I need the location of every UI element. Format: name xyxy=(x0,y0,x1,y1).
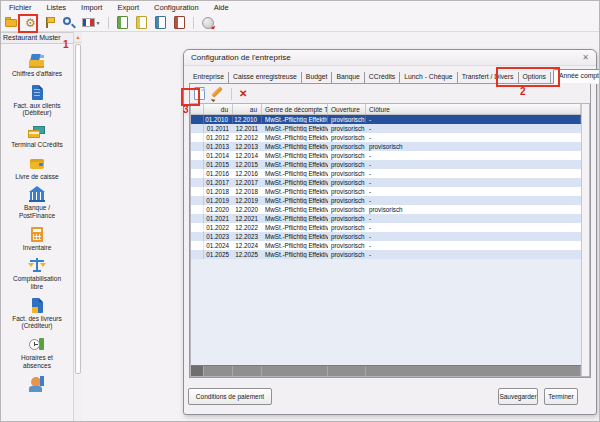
table-row[interactable]: 01.2017 12.2017 MwSt.-Pflichtig Effektiv… xyxy=(191,178,581,187)
row-selector[interactable] xyxy=(191,241,204,250)
table-row[interactable]: 01.2016 12.2016 MwSt.-Pflichtig Effektiv… xyxy=(191,169,581,178)
save-button[interactable]: Sauvegarder xyxy=(498,388,538,405)
journal-blue-icon[interactable] xyxy=(153,15,168,30)
cell-genre: MwSt.-Pflichtig Effektiv xyxy=(262,233,328,240)
table-row[interactable]: 01.2022 12.2022 MwSt.-Pflichtig Effektiv… xyxy=(191,223,581,232)
col-du[interactable]: du xyxy=(204,104,233,114)
table-row[interactable]: 01.2023 12.2023 MwSt.-Pflichtig Effektiv… xyxy=(191,232,581,241)
row-selector[interactable] xyxy=(191,142,204,151)
sidebar-item-comptabilisation-libre[interactable]: Comptabilisation libre xyxy=(13,257,61,290)
row-selector[interactable] xyxy=(191,223,204,232)
row-selector[interactable] xyxy=(191,232,204,241)
journal-yellow-icon[interactable] xyxy=(134,15,149,30)
sidebar-item-terminal-ccredits[interactable]: Terminal CCrédits xyxy=(11,123,63,149)
sidebar-item-label: Inventaire xyxy=(23,244,52,252)
journal-green-icon[interactable] xyxy=(115,15,130,30)
cell-genre: MwSt.-Pflichtig Effektiv xyxy=(262,134,328,141)
finish-button[interactable]: Terminer xyxy=(544,388,578,405)
menu-fichier[interactable]: Fichier xyxy=(9,3,32,12)
menu-import[interactable]: Import xyxy=(81,3,102,12)
table-row[interactable]: 01.2021 12.2021 MwSt.-Pflichtig Effektiv… xyxy=(191,214,581,223)
cell-ouverture: provisorisch xyxy=(328,251,366,258)
cell-au: 12.2014 xyxy=(233,152,262,159)
table-row[interactable]: 01.2010 12.2010 MwSt.-Pflichtig Effektiv… xyxy=(191,115,581,124)
chevron-down-icon[interactable]: ▼ xyxy=(96,20,101,26)
menu-configuration[interactable]: Configuration xyxy=(154,3,199,12)
cell-genre: MwSt.-Pflichtig Effektiv xyxy=(262,161,328,168)
cell-au: 12.2020 xyxy=(233,206,262,213)
menu-listes[interactable]: Listes xyxy=(47,3,67,12)
sidebar-scrollbar[interactable]: ▲ xyxy=(73,32,82,421)
cell-cloture: - xyxy=(366,197,581,204)
table-row[interactable]: 01.2019 12.2019 MwSt.-Pflichtig Effektiv… xyxy=(191,196,581,205)
sidebar-item-fact-clients[interactable]: Fact. aux clients (Débiteur) xyxy=(14,84,61,117)
cash-register-icon xyxy=(27,52,47,69)
flag-tool-icon[interactable] xyxy=(42,15,57,30)
tab-lunch-cheque[interactable]: Lunch - Chèque xyxy=(400,72,457,83)
row-selector[interactable] xyxy=(191,160,204,169)
col-au[interactable]: au xyxy=(233,104,262,114)
table-row[interactable]: 01.2012 12.2012 MwSt.-Pflichtig Effektiv… xyxy=(191,133,581,142)
scroll-up-icon[interactable]: ▲ xyxy=(74,32,82,43)
row-selector[interactable] xyxy=(191,250,204,259)
sidebar-item-livre-caisse[interactable]: Livre de caisse xyxy=(15,155,58,181)
menu-aide[interactable]: Aide xyxy=(214,3,229,12)
grid-rows: 01.2010 12.2010 MwSt.-Pflichtig Effektiv… xyxy=(191,115,581,365)
row-selector[interactable] xyxy=(191,124,204,133)
cell-du: 01.2013 xyxy=(204,143,233,150)
row-selector[interactable] xyxy=(191,187,204,196)
table-row[interactable]: 01.2011 12.2011 MwSt.-Pflichtig Effektiv… xyxy=(191,124,581,133)
row-selector[interactable] xyxy=(191,196,204,205)
search-icon[interactable] xyxy=(61,15,76,30)
table-row[interactable]: 01.2024 12.2024 MwSt.-Pflichtig Effektiv… xyxy=(191,241,581,250)
row-selector[interactable] xyxy=(191,115,204,124)
row-selector[interactable] xyxy=(191,214,204,223)
cell-cloture: provisorisch xyxy=(366,206,581,213)
tab-budget[interactable]: Budget xyxy=(302,72,333,83)
table-row[interactable]: 01.2013 12.2013 MwSt.-Pflichtig Effektiv… xyxy=(191,142,581,151)
table-row[interactable]: 01.2018 12.2018 MwSt.-Pflichtig Effektiv… xyxy=(191,187,581,196)
dialog-toolbar: ✕ xyxy=(190,84,590,103)
new-entry-icon[interactable] xyxy=(194,87,205,100)
tab-annee-comptable[interactable]: Année comptable xyxy=(553,69,600,84)
sidebar-item-banque-postfinance[interactable]: Banque / PostFinance xyxy=(19,186,55,219)
sidebar-item-label: Banque / PostFinance xyxy=(19,204,55,219)
sidebar-item-horaires-absences[interactable]: Horaires et absences xyxy=(21,336,53,369)
sidebar-item-partial[interactable] xyxy=(27,375,47,392)
row-selector[interactable] xyxy=(191,178,204,187)
col-cloture[interactable]: Clôture xyxy=(366,104,581,114)
col-genre-tva[interactable]: Genre de décompte TVA xyxy=(262,104,328,114)
grid-scrollbar[interactable] xyxy=(581,103,590,377)
table-row[interactable]: 01.2015 12.2015 MwSt.-Pflichtig Effektiv… xyxy=(191,160,581,169)
table-row[interactable]: 01.2020 12.2020 MwSt.-Pflichtig Effektiv… xyxy=(191,205,581,214)
col-ouverture[interactable]: Ouverture xyxy=(328,104,366,114)
tab-transfert-divers[interactable]: Transfert / Divers xyxy=(458,72,519,83)
sync-globe-icon[interactable] xyxy=(200,15,215,30)
tab-entreprise[interactable]: Entreprise xyxy=(189,72,229,83)
french-flag-language-icon[interactable]: ▼ xyxy=(80,15,102,30)
tab-banque[interactable]: Banque xyxy=(332,72,364,83)
row-selector[interactable] xyxy=(191,151,204,160)
delete-x-icon[interactable]: ✕ xyxy=(239,89,247,99)
sidebar-item-chiffres-affaires[interactable]: Chiffres d'affaires xyxy=(12,52,62,78)
cell-du: 01.2017 xyxy=(204,179,233,186)
tab-options[interactable]: Options xyxy=(519,72,551,83)
scrollbar-thumb[interactable] xyxy=(75,44,81,374)
menu-export[interactable]: Export xyxy=(117,3,139,12)
cell-cloture: - xyxy=(366,215,581,222)
open-folder-icon[interactable] xyxy=(4,15,19,30)
tab-ccredits[interactable]: CCrédits xyxy=(365,72,400,83)
conditions-paiement-button[interactable]: Conditions de paiement xyxy=(188,388,272,405)
tab-caisse-enregistreuse[interactable]: Caisse enregistreuse xyxy=(229,72,302,83)
edit-pencil-icon[interactable] xyxy=(210,87,224,101)
settings-gear-icon[interactable]: ⚙ xyxy=(23,15,38,30)
sidebar-item-inventaire[interactable]: Inventaire xyxy=(23,226,52,252)
table-row[interactable]: 01.2025 12.2025 MwSt.-Pflichtig Effektiv… xyxy=(191,250,581,259)
table-row[interactable]: 01.2014 12.2014 MwSt.-Pflichtig Effektiv… xyxy=(191,151,581,160)
journal-red-icon[interactable] xyxy=(172,15,187,30)
row-selector[interactable] xyxy=(191,133,204,142)
close-icon[interactable]: ✕ xyxy=(582,54,589,62)
row-selector[interactable] xyxy=(191,205,204,214)
sidebar-item-fact-livreurs[interactable]: Fact. des livreurs (Créditeur) xyxy=(12,297,62,330)
row-selector[interactable] xyxy=(191,169,204,178)
